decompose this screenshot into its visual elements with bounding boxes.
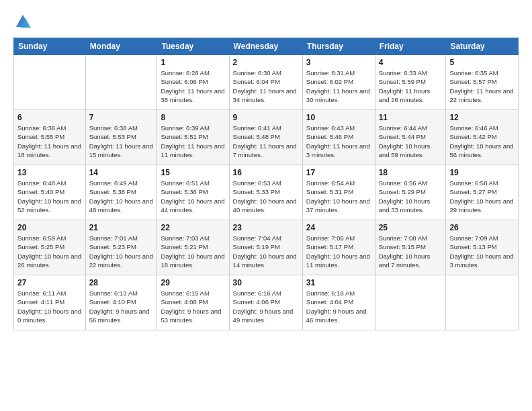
day-number: 14	[89, 168, 154, 177]
day-number: 27	[17, 278, 82, 287]
day-number: 8	[161, 113, 225, 122]
day-info: Sunrise: 6:28 AM Sunset: 6:06 PM Dayligh…	[161, 68, 225, 104]
day-info: Sunrise: 7:09 AM Sunset: 5:13 PM Dayligh…	[449, 234, 515, 269]
day-info: Sunrise: 6:16 AM Sunset: 4:06 PM Dayligh…	[233, 289, 299, 324]
table-row: 10Sunrise: 6:43 AM Sunset: 5:46 PM Dayli…	[302, 110, 375, 165]
logo-icon	[13, 12, 32, 31]
day-info: Sunrise: 6:15 AM Sunset: 4:08 PM Dayligh…	[161, 289, 225, 324]
header-monday: Monday	[85, 38, 157, 55]
table-row: 23Sunrise: 7:04 AM Sunset: 5:19 PM Dayli…	[229, 220, 302, 275]
table-row: 20Sunrise: 6:59 AM Sunset: 5:25 PM Dayli…	[14, 220, 86, 275]
day-number: 18	[379, 168, 443, 177]
table-row	[85, 55, 157, 110]
header	[13, 12, 519, 31]
day-number: 17	[306, 168, 371, 177]
table-row: 1Sunrise: 6:28 AM Sunset: 6:06 PM Daylig…	[157, 55, 229, 110]
table-row: 31Sunrise: 6:18 AM Sunset: 4:04 PM Dayli…	[302, 275, 375, 330]
day-number: 23	[233, 223, 299, 232]
day-number: 22	[161, 223, 225, 232]
table-row	[14, 55, 86, 110]
calendar-week-row: 6Sunrise: 6:36 AM Sunset: 5:55 PM Daylig…	[14, 110, 519, 165]
day-info: Sunrise: 6:46 AM Sunset: 5:42 PM Dayligh…	[449, 124, 515, 159]
day-number: 3	[306, 58, 371, 67]
table-row: 3Sunrise: 6:31 AM Sunset: 6:02 PM Daylig…	[302, 55, 375, 110]
table-row: 17Sunrise: 6:54 AM Sunset: 5:31 PM Dayli…	[302, 165, 375, 220]
day-number: 9	[233, 113, 299, 122]
table-row: 16Sunrise: 6:53 AM Sunset: 5:33 PM Dayli…	[229, 165, 302, 220]
day-number: 19	[449, 168, 515, 177]
table-row: 28Sunrise: 6:13 AM Sunset: 4:10 PM Dayli…	[85, 275, 157, 330]
day-number: 29	[161, 278, 225, 287]
header-wednesday: Wednesday	[229, 38, 302, 55]
day-info: Sunrise: 7:04 AM Sunset: 5:19 PM Dayligh…	[233, 234, 299, 269]
day-number: 25	[379, 223, 443, 232]
day-number: 12	[449, 113, 515, 122]
header-thursday: Thursday	[302, 38, 375, 55]
day-number: 7	[89, 113, 154, 122]
day-info: Sunrise: 6:54 AM Sunset: 5:31 PM Dayligh…	[306, 179, 371, 214]
table-row: 21Sunrise: 7:01 AM Sunset: 5:23 PM Dayli…	[85, 220, 157, 275]
table-row: 7Sunrise: 6:38 AM Sunset: 5:53 PM Daylig…	[85, 110, 157, 165]
table-row: 6Sunrise: 6:36 AM Sunset: 5:55 PM Daylig…	[14, 110, 86, 165]
day-info: Sunrise: 7:01 AM Sunset: 5:23 PM Dayligh…	[89, 234, 154, 269]
table-row: 12Sunrise: 6:46 AM Sunset: 5:42 PM Dayli…	[446, 110, 519, 165]
table-row: 25Sunrise: 7:08 AM Sunset: 5:15 PM Dayli…	[375, 220, 446, 275]
calendar-week-row: 27Sunrise: 6:11 AM Sunset: 4:11 PM Dayli…	[14, 275, 519, 330]
day-info: Sunrise: 6:11 AM Sunset: 4:11 PM Dayligh…	[17, 289, 82, 324]
day-number: 13	[17, 168, 82, 177]
calendar-week-row: 20Sunrise: 6:59 AM Sunset: 5:25 PM Dayli…	[14, 220, 519, 275]
day-number: 20	[17, 223, 82, 232]
day-number: 6	[17, 113, 82, 122]
day-number: 24	[306, 223, 371, 232]
table-row: 4Sunrise: 6:33 AM Sunset: 5:59 PM Daylig…	[375, 55, 446, 110]
day-number: 15	[161, 168, 225, 177]
day-info: Sunrise: 7:06 AM Sunset: 5:17 PM Dayligh…	[306, 234, 371, 269]
day-number: 16	[233, 168, 299, 177]
day-info: Sunrise: 6:53 AM Sunset: 5:33 PM Dayligh…	[233, 179, 299, 214]
day-number: 21	[89, 223, 154, 232]
table-row: 5Sunrise: 6:35 AM Sunset: 5:57 PM Daylig…	[446, 55, 519, 110]
day-info: Sunrise: 6:18 AM Sunset: 4:04 PM Dayligh…	[306, 289, 371, 324]
day-info: Sunrise: 6:59 AM Sunset: 5:25 PM Dayligh…	[17, 234, 82, 269]
day-info: Sunrise: 7:08 AM Sunset: 5:15 PM Dayligh…	[379, 234, 443, 269]
day-number: 31	[306, 278, 371, 287]
table-row: 22Sunrise: 7:03 AM Sunset: 5:21 PM Dayli…	[157, 220, 229, 275]
day-number: 5	[449, 58, 515, 67]
table-row: 29Sunrise: 6:15 AM Sunset: 4:08 PM Dayli…	[157, 275, 229, 330]
table-row: 9Sunrise: 6:41 AM Sunset: 5:48 PM Daylig…	[229, 110, 302, 165]
day-info: Sunrise: 6:44 AM Sunset: 5:44 PM Dayligh…	[379, 124, 443, 159]
header-sunday: Sunday	[14, 38, 86, 55]
calendar-week-row: 13Sunrise: 6:48 AM Sunset: 5:40 PM Dayli…	[14, 165, 519, 220]
day-number: 11	[379, 113, 443, 122]
table-row: 14Sunrise: 6:49 AM Sunset: 5:38 PM Dayli…	[85, 165, 157, 220]
day-info: Sunrise: 6:49 AM Sunset: 5:38 PM Dayligh…	[89, 179, 154, 214]
day-number: 4	[379, 58, 443, 67]
day-number: 26	[449, 223, 515, 232]
day-info: Sunrise: 6:58 AM Sunset: 5:27 PM Dayligh…	[449, 179, 515, 214]
day-info: Sunrise: 7:03 AM Sunset: 5:21 PM Dayligh…	[161, 234, 225, 269]
table-row: 30Sunrise: 6:16 AM Sunset: 4:06 PM Dayli…	[229, 275, 302, 330]
calendar-week-row: 1Sunrise: 6:28 AM Sunset: 6:06 PM Daylig…	[14, 55, 519, 110]
day-info: Sunrise: 6:35 AM Sunset: 5:57 PM Dayligh…	[449, 68, 515, 104]
table-row: 19Sunrise: 6:58 AM Sunset: 5:27 PM Dayli…	[446, 165, 519, 220]
header-friday: Friday	[375, 38, 446, 55]
day-number: 1	[161, 58, 225, 67]
day-number: 2	[233, 58, 299, 67]
day-info: Sunrise: 6:30 AM Sunset: 6:04 PM Dayligh…	[233, 68, 299, 104]
header-saturday: Saturday	[446, 38, 519, 55]
day-info: Sunrise: 6:51 AM Sunset: 5:36 PM Dayligh…	[161, 179, 225, 214]
calendar-table: Sunday Monday Tuesday Wednesday Thursday…	[13, 38, 519, 330]
day-info: Sunrise: 6:43 AM Sunset: 5:46 PM Dayligh…	[306, 124, 371, 159]
table-row: 15Sunrise: 6:51 AM Sunset: 5:36 PM Dayli…	[157, 165, 229, 220]
table-row: 2Sunrise: 6:30 AM Sunset: 6:04 PM Daylig…	[229, 55, 302, 110]
table-row: 24Sunrise: 7:06 AM Sunset: 5:17 PM Dayli…	[302, 220, 375, 275]
table-row: 18Sunrise: 6:56 AM Sunset: 5:29 PM Dayli…	[375, 165, 446, 220]
day-info: Sunrise: 6:31 AM Sunset: 6:02 PM Dayligh…	[306, 68, 371, 104]
table-row: 8Sunrise: 6:39 AM Sunset: 5:51 PM Daylig…	[157, 110, 229, 165]
day-info: Sunrise: 6:39 AM Sunset: 5:51 PM Dayligh…	[161, 124, 225, 159]
day-number: 10	[306, 113, 371, 122]
logo	[13, 12, 35, 31]
day-info: Sunrise: 6:33 AM Sunset: 5:59 PM Dayligh…	[379, 68, 443, 104]
day-info: Sunrise: 6:41 AM Sunset: 5:48 PM Dayligh…	[233, 124, 299, 159]
table-row	[375, 275, 446, 330]
